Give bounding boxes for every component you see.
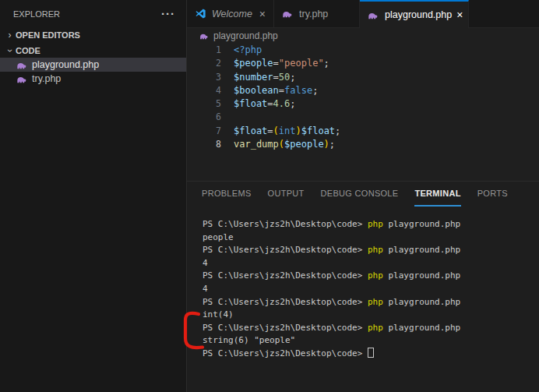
tab-try-php[interactable]: try.php [274, 0, 360, 27]
more-actions-icon[interactable]: ··· [161, 10, 175, 18]
sidebar-item-try-php[interactable]: try.php [0, 72, 186, 86]
php-elephant-icon [368, 9, 380, 20]
code-line[interactable]: 2$people="people"; [187, 57, 539, 70]
section-label: CODE [16, 46, 41, 55]
tab-playground-php[interactable]: playground.php × [360, 0, 469, 28]
close-icon[interactable]: × [456, 9, 463, 20]
editor-code[interactable]: 1<?php2$people="people";3$number=50;4$bo… [187, 44, 539, 181]
file-name: playground.php [32, 59, 99, 70]
code-line[interactable]: 8var_dump($people); [187, 138, 539, 151]
bottom-panel: PROBLEMS OUTPUT DEBUG CONSOLE TERMINAL P… [187, 181, 539, 392]
terminal-cursor [368, 348, 374, 358]
section-label: OPEN EDITORS [16, 30, 80, 40]
tab-label: try.php [299, 9, 328, 19]
line-number: 3 [187, 71, 221, 84]
terminal-line: PS C:\Users\jzs2h\Desktop\code> php play… [203, 322, 539, 335]
code-text [221, 111, 234, 124]
php-elephant-icon [16, 61, 27, 69]
section-code-folder[interactable]: › CODE [0, 43, 186, 58]
tab-problems[interactable]: PROBLEMS [202, 182, 252, 207]
code-text: $float=(int)$float; [221, 125, 340, 138]
explorer-sidebar: EXPLORER ··· › OPEN EDITORS › CODE playg… [0, 0, 187, 392]
explorer-title: EXPLORER [13, 9, 60, 19]
tab-bar: Welcome × try.php playground.php × [187, 0, 539, 28]
code-text: $people="people"; [221, 57, 329, 70]
line-number: 2 [187, 57, 221, 70]
tab-label: playground.php [385, 9, 452, 20]
terminal-line: PS C:\Users\jzs2h\Desktop\code> php play… [203, 244, 539, 257]
code-line[interactable]: 5$float=4.6; [187, 97, 539, 111]
code-text: <?php [221, 44, 262, 57]
breadcrumb-file: playground.php [213, 30, 278, 41]
terminal-line: int(4) [203, 309, 539, 322]
chevron-right-icon: › [4, 30, 16, 41]
tab-debug-console[interactable]: DEBUG CONSOLE [321, 182, 399, 207]
explorer-header: EXPLORER ··· [0, 0, 186, 27]
terminal-line: PS C:\Users\jzs2h\Desktop\code> [203, 348, 539, 361]
code-line[interactable]: 1<?php [187, 44, 539, 57]
line-number: 6 [187, 111, 221, 124]
tab-welcome[interactable]: Welcome × [187, 0, 274, 27]
section-open-editors[interactable]: › OPEN EDITORS [0, 27, 186, 43]
line-number: 4 [187, 84, 221, 97]
code-text: var_dump($people); [221, 138, 335, 151]
breadcrumb[interactable]: playground.php [187, 28, 539, 44]
file-name: try.php [32, 73, 61, 84]
code-text: $number=50; [221, 71, 296, 84]
terminal-line: PS C:\Users\jzs2h\Desktop\code> php play… [203, 218, 539, 231]
php-elephant-icon [199, 32, 209, 40]
terminal-line: 4 [203, 283, 539, 296]
terminal-line: 4 [203, 257, 539, 270]
terminal-line: people [203, 231, 539, 245]
line-number: 8 [187, 138, 221, 151]
vscode-logo-icon [195, 9, 207, 19]
code-line[interactable]: 4$boolean=false; [187, 84, 539, 97]
php-elephant-icon [16, 75, 27, 83]
tab-output[interactable]: OUTPUT [268, 182, 305, 207]
terminal-line: PS C:\Users\jzs2h\Desktop\code> php play… [203, 296, 539, 309]
terminal-line: string(6) "people" [203, 334, 539, 348]
close-icon[interactable]: × [259, 9, 266, 19]
chevron-down-icon: › [5, 44, 16, 56]
tab-terminal[interactable]: TERMINAL [414, 182, 460, 207]
code-text: $float=4.6; [221, 97, 296, 111]
code-line[interactable]: 3$number=50; [187, 71, 539, 84]
code-line[interactable]: 6 [187, 111, 539, 124]
tab-ports[interactable]: PORTS [477, 182, 508, 207]
code-line[interactable]: 7$float=(int)$float; [187, 125, 539, 138]
terminal-content[interactable]: PS C:\Users\jzs2h\Desktop\code> php play… [187, 210, 539, 361]
line-number: 7 [187, 125, 221, 138]
line-number: 1 [187, 44, 221, 57]
tab-label: Welcome [212, 9, 252, 19]
code-text: $boolean=false; [221, 84, 318, 97]
panel-tab-bar: PROBLEMS OUTPUT DEBUG CONSOLE TERMINAL P… [187, 182, 539, 210]
sidebar-item-playground-php[interactable]: playground.php [0, 58, 186, 72]
line-number: 5 [187, 97, 221, 111]
terminal-line: PS C:\Users\jzs2h\Desktop\code> php play… [203, 270, 539, 283]
php-elephant-icon [282, 9, 294, 19]
